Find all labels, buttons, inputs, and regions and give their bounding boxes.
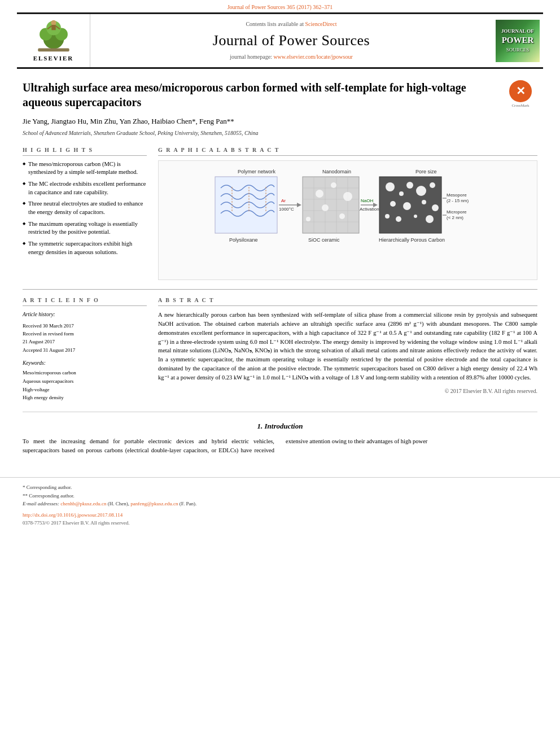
keywords-section: Keywords: Meso/microporous carbon Aqueou… [23,360,147,401]
svg-point-46 [390,201,396,207]
keyword-1: Meso/microporous carbon [23,369,147,377]
article-info-col: A R T I C L E I N F O Article history: R… [23,296,147,402]
contents-available: Contents lists available at ScienceDirec… [246,20,336,28]
svg-point-31 [331,182,336,188]
svg-point-48 [422,200,426,204]
homepage-link[interactable]: www.elsevier.com/locate/jpowsour [273,54,352,60]
svg-point-34 [339,213,345,219]
abstract-heading: A B S T R A C T [158,296,537,306]
email-addresses: E-mail addresses: chenhb@pkusz.edu.cn (H… [23,500,537,508]
power-sources-logo: JOURNAL OF POWER SOURCES [496,20,540,62]
highlight-item-2: The MC electrode exhibits excellent perf… [23,180,147,196]
svg-text:(< 2 nm): (< 2 nm) [447,215,463,220]
ga-svg: Polymer network Nanodomain Pore size [163,165,532,273]
footnote-2: ** Corresponding author. [23,492,537,500]
page-footer: * Corresponding author. ** Corresponding… [0,477,560,526]
copyright: © 2017 Elsevier B.V. All rights reserved… [158,387,537,395]
accepted-date: Accepted 31 August 2017 [23,346,147,354]
svg-point-41 [386,182,395,191]
svg-point-45 [430,182,435,188]
crossmark-circle: ✕ [509,80,532,102]
article-history: Article history: Received 30 March 2017 … [23,311,147,354]
crossmark-badge: ✕ CrossMark [504,80,537,108]
graphical-abstract-col: G R A P H I C A L A B S T R A C T Polyme… [158,146,537,281]
keyword-4: High energy density [23,394,147,401]
paper-content: Ultrahigh surface area meso/microporous … [0,69,560,466]
svg-rect-9 [38,49,69,52]
svg-point-44 [416,186,426,196]
svg-point-33 [322,204,329,211]
ps-power: POWER [502,34,534,46]
authors: Jie Yang, Jiangtao Hu, Min Zhu, Yan Zhao… [23,116,537,126]
svg-point-5 [51,20,56,25]
email-1[interactable]: chenhb@pkusz.edu.cn [60,501,106,506]
svg-point-53 [426,215,434,223]
svg-point-52 [414,215,417,218]
keyword-3: High-voltage [23,386,147,394]
footnotes: * Corresponding author. ** Corresponding… [23,483,537,508]
svg-marker-18 [297,203,301,207]
highlights-heading: H I G H L I G H T S [23,146,147,156]
highlights-abstract-row: H I G H L I G H T S The meso/microporous… [23,146,537,281]
svg-text:Activation: Activation [360,207,379,212]
journal-title-area: Contents lists available at ScienceDirec… [90,14,492,67]
svg-text:SiOC ceramic: SiOC ceramic [308,237,340,243]
article-info-abstract-row: A R T I C L E I N F O Article history: R… [23,289,537,402]
article-info-heading: A R T I C L E I N F O [23,296,147,306]
sciencedirect-link[interactable]: ScienceDirect [305,21,336,27]
svg-text:Polysiloxane: Polysiloxane [229,237,258,243]
intro-text: To meet the increasing demand for portab… [23,437,537,455]
crossmark-label: CrossMark [511,103,529,109]
svg-text:Ar: Ar [281,198,286,203]
svg-text:NaOH: NaOH [361,198,373,203]
email-2[interactable]: panfeng@pkusz.edu.cn [130,501,178,506]
svg-point-47 [403,202,411,210]
svg-point-43 [406,182,413,189]
graphical-abstract-diagram: Polymer network Nanodomain Pore size [158,160,537,281]
svg-text:Nanodomain: Nanodomain [322,169,351,174]
ps-sources: SOURCES [506,46,530,54]
crossmark-cross-icon: ✕ [516,85,526,97]
svg-text:1000°C: 1000°C [279,207,294,212]
elsevier-tree-icon [31,19,76,53]
highlights-col: H I G H L I G H T S The meso/microporous… [23,146,147,281]
keyword-2: Aqueous supercapacitors [23,378,147,385]
highlight-item-5: The symmetric supercapacitors exhibit hi… [23,240,147,256]
intro-heading: 1. Introduction [23,421,537,431]
revised-date: 21 August 2017 [23,338,147,346]
section-divider [23,412,537,412]
elsevier-wordmark: ELSEVIER [33,54,74,63]
footnote-1: * Corresponding author. [23,483,537,491]
svg-text:(2 - 15 nm): (2 - 15 nm) [447,198,469,203]
svg-text:Pore size: Pore size [415,169,437,174]
abstract-col: A B S T R A C T A new hierarchically por… [158,296,537,402]
svg-point-49 [432,204,439,211]
elsevier-logo-area: ELSEVIER [17,14,90,67]
svg-point-32 [343,192,352,201]
received-date: Received 30 March 2017 [23,322,147,330]
svg-rect-6 [51,25,55,30]
svg-text:Hierarchically Porous Carbon: Hierarchically Porous Carbon [379,237,445,243]
highlights-list: The meso/microporous carbon (MC) is synt… [23,160,147,257]
journal-homepage: journal homepage: www.elsevier.com/locat… [230,53,353,61]
keywords-label: Keywords: [23,360,147,367]
graphical-abstract-heading: G R A P H I C A L A B S T R A C T [158,146,537,156]
journal-title: Journal of Power Sources [213,30,370,51]
svg-point-42 [399,191,404,196]
highlight-item-1: The meso/microporous carbon (MC) is synt… [23,160,147,177]
introduction-section: 1. Introduction To meet the increasing d… [23,421,537,455]
issn-line: 0378-7753/© 2017 Elsevier B.V. All right… [23,519,537,527]
received-revised-label: Received in revised form [23,330,147,338]
doi-link[interactable]: http://dx.doi.org/10.1016/j.jpowsour.201… [23,512,537,519]
svg-point-51 [396,216,401,222]
history-label: Article history: [23,311,147,319]
elsevier-logo: ELSEVIER [31,19,76,63]
svg-text:Polymer network: Polymer network [238,169,276,174]
ps-journal-of: JOURNAL OF [501,28,534,34]
svg-point-50 [385,214,390,219]
paper-title: Ultrahigh surface area meso/microporous … [23,80,537,110]
journal-citation: Journal of Power Sources 365 (2017) 362–… [0,0,560,12]
journal-header: ELSEVIER Contents lists available at Sci… [17,12,543,69]
svg-point-30 [316,190,323,198]
highlight-item-4: The maximum operating voltage is essenti… [23,220,147,237]
